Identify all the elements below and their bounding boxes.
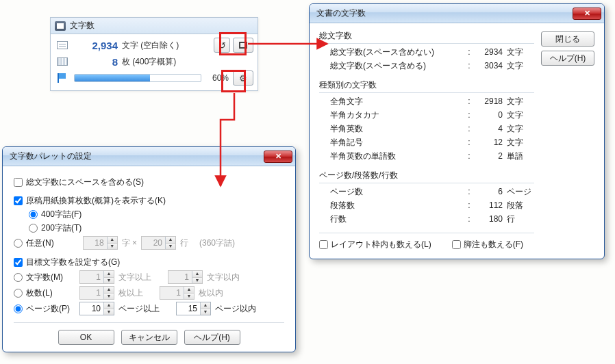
- progress-row: 60%: [55, 70, 253, 86]
- char-count-row: 2,934 文字 (空白除く): [55, 37, 253, 53]
- target-pages-max-spinner[interactable]: 15▲▼: [176, 302, 211, 315]
- progress-bar: [74, 74, 201, 82]
- detail-dialog-button[interactable]: [233, 38, 253, 53]
- sheet-count-value: 8: [70, 56, 122, 68]
- close-button[interactable]: ✕: [264, 151, 292, 163]
- undo-button[interactable]: [214, 38, 230, 53]
- stat-row: 総文字数(スペース含める): 3034 文字: [330, 59, 534, 73]
- settings-titlebar[interactable]: 文字数パレットの設定 ✕: [3, 147, 295, 166]
- radio-target-pages[interactable]: ページ数(P): [14, 303, 75, 315]
- group-by-type-title: 種類別の文字数: [319, 79, 534, 91]
- target-sheets-max-spinner: 1▲▼: [160, 286, 194, 300]
- settings-title: 文字数パレットの設定: [10, 151, 92, 162]
- check-set-target[interactable]: 目標文字数を設定する(G): [14, 257, 284, 268]
- target-chars-max-spinner: 1▲▼: [168, 270, 203, 284]
- flag-icon: [55, 73, 70, 83]
- any-rows-spinner: 20▲▼: [141, 236, 176, 250]
- palette-settings-dialog: 文字数パレットの設定 ✕ 総文字数にスペースを含める(S) 原稿用紙換算枚数(概…: [2, 146, 296, 352]
- close-button[interactable]: ✕: [573, 8, 601, 20]
- stat-row: 総文字数(スペース含めない): 2934 文字: [330, 45, 534, 59]
- char-count-value: 2,934: [70, 40, 122, 51]
- undo-icon: [218, 40, 226, 51]
- radio-400[interactable]: 400字詰(F): [29, 209, 284, 220]
- group-total-title: 総文字数: [319, 30, 534, 42]
- stats-close-button[interactable]: 閉じる: [541, 31, 594, 47]
- ok-button[interactable]: OK: [58, 330, 114, 345]
- palette-icon: [55, 21, 66, 31]
- any-cols-spinner: 18▲▼: [83, 236, 118, 250]
- stats-help-button[interactable]: ヘルプ(H): [541, 51, 594, 66]
- radio-target-sheets[interactable]: 枚数(L): [14, 287, 75, 299]
- palette-title-text: 文字数: [70, 20, 95, 31]
- char-count-label: 文字 (空白除く): [122, 40, 179, 51]
- check-footnotes[interactable]: 脚注も数える(F): [452, 239, 523, 250]
- window-icon: [239, 42, 247, 49]
- help-button[interactable]: ヘルプ(H): [184, 330, 240, 345]
- check-show-sheets[interactable]: 原稿用紙換算枚数(概算)を表示する(K): [14, 195, 284, 207]
- stats-titlebar[interactable]: 文書の文字数 ✕: [310, 4, 604, 23]
- gear-icon: [239, 73, 247, 83]
- char-stats-dialog: 文書の文字数 ✕ 総文字数 総文字数(スペース含めない): 2934 文字 総文…: [309, 3, 605, 259]
- target-pages-min-spinner[interactable]: 10▲▼: [79, 302, 114, 315]
- radio-target-chars[interactable]: 文字数(M): [14, 272, 75, 283]
- cancel-button[interactable]: キャンセル: [121, 330, 177, 345]
- progress-percent: 60%: [205, 73, 229, 83]
- check-layout-frames[interactable]: レイアウト枠内も数える(L): [319, 239, 431, 250]
- sheet-icon: [55, 57, 70, 66]
- radio-200[interactable]: 200字詰(T): [29, 222, 284, 234]
- sheet-count-row: 8 枚 (400字概算): [55, 53, 253, 70]
- group-total: 総文字数 総文字数(スペース含めない): 2934 文字 総文字数(スペース含め…: [319, 30, 534, 74]
- group-pages: ページ数/段落数/行数 ページ数:6ページ 段落数:112段落 行数:180行: [319, 170, 534, 227]
- target-sheets-min-spinner: 1▲▼: [79, 286, 114, 300]
- check-include-space[interactable]: 総文字数にスペースを含める(S): [14, 177, 284, 188]
- sheet-count-label: 枚 (400字概算): [122, 56, 176, 68]
- document-icon: [55, 41, 70, 49]
- palette-titlebar[interactable]: 文字数: [51, 18, 258, 34]
- settings-button[interactable]: [233, 70, 253, 86]
- group-by-type: 種類別の文字数 全角文字:2918文字 半角カタカナ:0文字 半角英数:4文字 …: [319, 79, 534, 164]
- char-count-palette: 文字数 2,934 文字 (空白除く) 8 枚 (400字概算) 60%: [50, 17, 258, 91]
- stats-title: 文書の文字数: [316, 8, 366, 19]
- group-pages-title: ページ数/段落数/行数: [319, 170, 534, 181]
- target-chars-min-spinner: 1▲▼: [79, 270, 114, 284]
- radio-any[interactable]: 任意(N): [14, 237, 54, 249]
